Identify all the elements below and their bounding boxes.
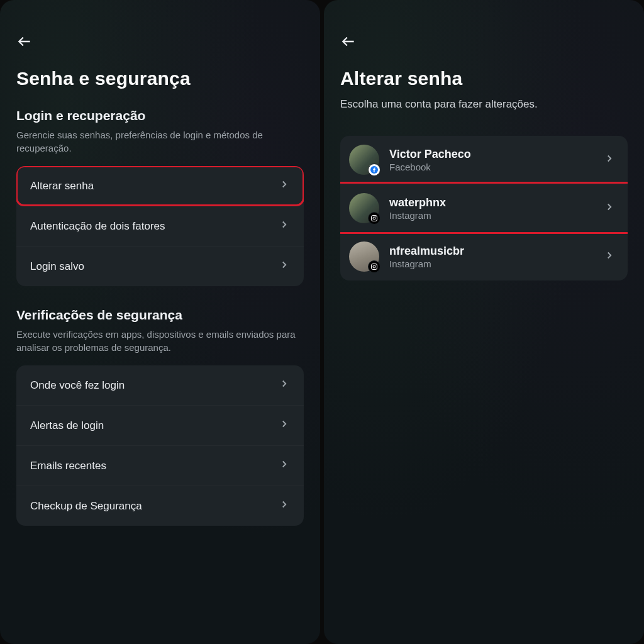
section-title: Verificações de segurança [16, 308, 304, 323]
account-text: Victor Pacheco Facebook [389, 148, 594, 172]
account-name: Victor Pacheco [389, 148, 594, 161]
chevron-right-icon [279, 378, 290, 392]
section-description: Gerencie suas senhas, preferências de lo… [16, 128, 304, 155]
item-change-password[interactable]: Alterar senha [16, 166, 304, 206]
avatar [349, 193, 379, 223]
item-label: Alterar senha [30, 180, 94, 192]
chevron-right-icon [279, 418, 290, 433]
chevron-right-icon [279, 259, 290, 274]
section-title: Login e recuperação [16, 108, 304, 123]
chevron-right-icon [604, 201, 615, 215]
avatar [349, 242, 379, 272]
account-text: nfrealmusicbr Instagram [389, 245, 594, 269]
account-platform: Facebook [389, 162, 594, 172]
section-login-recovery: Login e recuperação Gerencie suas senhas… [16, 108, 304, 286]
chevron-right-icon [279, 179, 290, 193]
instagram-badge-icon [368, 260, 380, 273]
account-text: waterphnx Instagram [389, 196, 594, 221]
facebook-badge-icon [368, 164, 380, 176]
page-title: Alterar senha [340, 68, 628, 89]
chevron-right-icon [604, 153, 615, 167]
arrow-left-icon [340, 33, 357, 50]
account-item-facebook[interactable]: Victor Pacheco Facebook [340, 136, 628, 184]
account-item-instagram-2[interactable]: nfrealmusicbr Instagram [340, 232, 628, 280]
svg-point-5 [373, 265, 375, 268]
panel-change-password: Alterar senha Escolha uma conta para faz… [324, 0, 644, 644]
item-saved-login[interactable]: Login salvo [16, 246, 304, 286]
account-name: nfrealmusicbr [389, 245, 594, 258]
item-label: Autenticação de dois fatores [30, 220, 165, 233]
svg-point-3 [375, 216, 376, 217]
security-checks-list: Onde você fez login Alertas de login Ema… [16, 365, 304, 526]
svg-point-2 [373, 217, 375, 219]
account-list: Victor Pacheco Facebook waterphnx Instag… [340, 136, 628, 280]
page-title: Senha e segurança [16, 68, 304, 89]
back-button[interactable] [16, 33, 34, 50]
item-two-factor[interactable]: Autenticação de dois fatores [16, 206, 304, 246]
section-security-checks: Verificações de segurança Execute verifi… [16, 308, 304, 526]
item-label: Checkup de Segurança [30, 500, 142, 513]
item-security-checkup[interactable]: Checkup de Segurança [16, 486, 304, 526]
section-description: Execute verificações em apps, dispositiv… [16, 328, 304, 354]
login-recovery-list: Alterar senha Autenticação de dois fator… [16, 166, 304, 286]
account-name: waterphnx [389, 196, 594, 209]
account-platform: Instagram [389, 258, 594, 269]
item-where-logged-in[interactable]: Onde você fez login [16, 365, 304, 405]
account-item-instagram-1[interactable]: waterphnx Instagram [340, 184, 628, 232]
back-button[interactable] [340, 33, 358, 50]
avatar [349, 145, 379, 175]
item-recent-emails[interactable]: Emails recentes [16, 445, 304, 486]
panel-password-security: Senha e segurança Login e recuperação Ge… [0, 0, 320, 644]
item-label: Alertas de login [30, 419, 104, 432]
chevron-right-icon [279, 458, 290, 473]
chevron-right-icon [279, 219, 290, 233]
chevron-right-icon [604, 250, 615, 264]
instagram-badge-icon [368, 212, 380, 225]
page-subtitle: Escolha uma conta para fazer alterações. [340, 98, 628, 111]
item-label: Onde você fez login [30, 379, 125, 392]
item-label: Login salvo [30, 260, 84, 273]
svg-point-6 [375, 265, 376, 265]
arrow-left-icon [16, 33, 33, 50]
chevron-right-icon [279, 499, 290, 513]
item-login-alerts[interactable]: Alertas de login [16, 405, 304, 445]
item-label: Emails recentes [30, 460, 106, 472]
account-platform: Instagram [389, 210, 594, 221]
